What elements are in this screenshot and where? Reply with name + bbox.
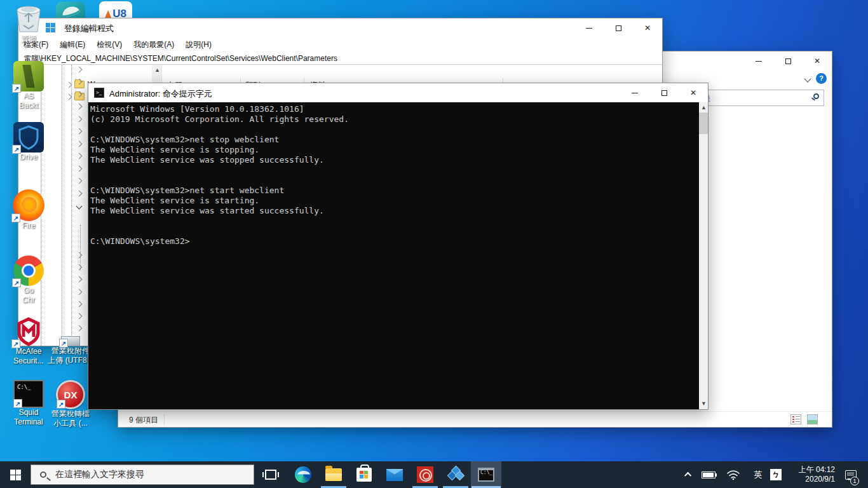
chevron-right-icon[interactable] [76,264,83,271]
cmd-maximize-button[interactable] [649,83,679,102]
chevron-right-icon[interactable] [76,166,83,172]
taskbar-mail-button[interactable] [379,461,410,488]
console-line: C:\WINDOWS\system32> [90,236,699,247]
time-label: 上午 04:12 [799,465,835,475]
ime-language-indicator[interactable]: 英 [750,461,766,488]
desktop-icon-chrome[interactable]: ↗ Go Chr [0,255,57,305]
details-view-icon[interactable] [790,414,801,424]
thumbnail-view-icon[interactable] [807,414,818,424]
registry-address-bar[interactable]: 電腦\HKEY_LOCAL_MACHINE\SYSTEM\CurrentCont… [18,51,662,65]
taskbar-search-input[interactable]: 在這裡輸入文字來搜尋 [31,464,254,485]
menu-favorites[interactable]: 我的最愛(A) [133,39,174,50]
chevron-right-icon[interactable] [66,93,72,100]
scroll-up-icon[interactable]: ▲ [154,67,160,73]
ribbon-collapse-chevron-icon[interactable] [804,75,811,82]
chevron-down-icon[interactable] [76,203,83,210]
chevron-right-icon[interactable] [76,153,83,159]
dx-logo-text: DX [58,390,83,400]
file-explorer-icon [325,468,342,481]
chevron-right-icon[interactable] [76,67,83,73]
shortcut-badge-icon: ↗ [59,339,68,348]
chevron-right-icon[interactable] [76,104,83,110]
wifi-icon [726,469,740,480]
registry-minimize-button[interactable] [574,18,604,37]
taskbar-cmd-button[interactable]: C:\_ [471,461,501,488]
start-button[interactable] [0,461,31,488]
close-icon: ✕ [814,57,820,65]
clock[interactable]: 上午 04:12 2020/9/1 [787,461,837,488]
scroll-up-icon[interactable]: ▲ [701,105,707,111]
registry-titlebar[interactable]: 登錄編輯程式 ✕ [18,18,662,37]
chevron-right-icon[interactable] [76,191,83,197]
shortcut-badge-icon: ↗ [11,339,20,348]
battery-indicator[interactable] [698,461,719,488]
command-prompt-icon: C:\_ [478,468,494,482]
shortcut-badge-icon: ↗ [12,278,21,287]
desktop-icon-backtracker[interactable]: ↗ AS Backt [0,61,57,111]
ime-mode-indicator[interactable]: ㄅ [768,461,784,488]
explorer-maximize-button[interactable] [773,51,803,71]
chevron-right-icon[interactable] [76,301,83,308]
console-line: The WebClient service is starting. [90,196,699,206]
registry-maximize-button[interactable] [604,18,633,37]
icon-label: Drive [0,152,57,162]
chevron-right-icon[interactable] [76,252,83,259]
cmd-titlebar[interactable]: >_ Administrator: 命令提示字元 ✕ [88,83,708,102]
registry-close-button[interactable]: ✕ [633,18,662,37]
menu-view[interactable]: 檢視(V) [97,39,122,50]
menu-help[interactable]: 說明(H) [186,39,212,50]
console-scrollbar[interactable]: ▲ ▼ [699,102,708,409]
scroll-down-icon[interactable]: ▼ [701,401,707,407]
console-output[interactable]: Microsoft Windows [Version 10.0.18362.10… [88,102,699,409]
explorer-close-button[interactable]: ✕ [803,51,832,71]
wifi-indicator[interactable] [723,461,743,488]
shortcut-badge-icon: ↗ [12,145,21,154]
cmd-app-icon: >_ [94,88,104,98]
task-view-button[interactable] [257,461,285,488]
close-icon: ✕ [690,89,696,97]
taskbar-edge-button[interactable] [288,461,318,488]
menu-edit[interactable]: 編輯(E) [60,39,85,50]
chevron-right-icon[interactable] [76,313,83,320]
cmd-minimize-button[interactable] [620,83,649,102]
date-label: 2020/9/1 [805,475,835,484]
cmd-close-button[interactable]: ✕ [679,83,708,102]
desktop-icon-recycle-bin[interactable]: 資源 [0,1,57,44]
chevron-right-icon[interactable] [76,141,83,147]
chevron-right-icon[interactable] [76,128,83,135]
icon-label: Fire [0,221,57,231]
chevron-right-icon[interactable] [76,289,83,295]
action-center-button[interactable]: 1 [840,461,862,488]
tray-overflow-button[interactable] [681,461,696,488]
desktop-icon-driver-tool[interactable]: ↗ Drive [0,122,57,162]
console-line: The WebClient service was stopped succes… [90,155,699,165]
status-divider [164,414,165,425]
tree-indent-guide [71,65,72,346]
taskbar-tax-app-button[interactable] [410,461,440,488]
taskbar-registry-button[interactable] [440,461,471,488]
chrome-center-icon [24,266,34,276]
tree-indent-guide [62,65,62,346]
console-line: (c) 2019 Microsoft Corporation. All righ… [90,114,699,125]
chevron-right-icon[interactable] [76,325,83,332]
help-icon[interactable]: ? [816,73,827,84]
desktop-icon-firefox[interactable]: ↗ Fire [0,189,57,231]
taskbar-store-button[interactable] [349,461,379,488]
icon-label: 小工具 (... [41,419,100,428]
firefox-core-icon [22,197,37,212]
icon-label: Go [0,286,57,295]
chevron-right-icon[interactable] [66,81,72,88]
explorer-status-bar: 9 個項目 [118,411,832,427]
taskbar-file-explorer-button[interactable] [318,461,349,488]
edge-icon [295,466,311,483]
explorer-minimize-button[interactable] [744,51,773,71]
backtracker-glyph-icon [18,65,39,88]
chevron-right-icon[interactable] [76,178,83,184]
windows-logo-icon [10,470,21,480]
console-line [90,216,699,226]
icon-label: Chr [0,295,57,305]
chevron-right-icon[interactable] [76,116,83,123]
console-line [90,125,699,135]
scrollbar-thumb[interactable] [699,112,708,134]
chevron-right-icon[interactable] [76,276,83,283]
